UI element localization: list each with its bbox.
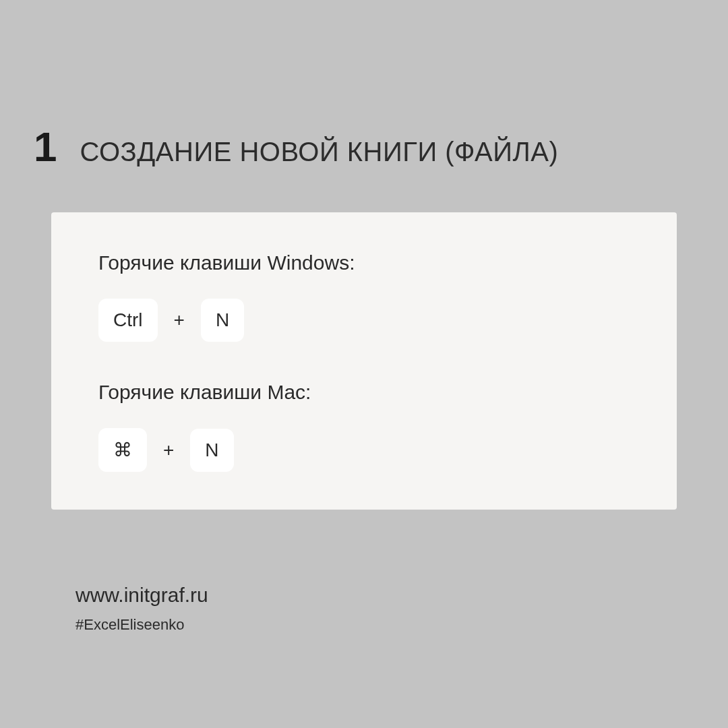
mac-shortcut-block: Горячие клавиши Mac: ⌘ + N (98, 381, 636, 472)
key-n: N (201, 299, 244, 342)
mac-keys-row: ⌘ + N (98, 428, 636, 472)
key-n: N (190, 429, 233, 472)
windows-keys-row: Ctrl + N (98, 299, 636, 342)
windows-shortcut-block: Горячие клавиши Windows: Ctrl + N (98, 251, 636, 342)
key-ctrl: Ctrl (98, 299, 158, 342)
footer: www.initgraf.ru #ExcelEliseenko (75, 584, 208, 634)
hashtag: #ExcelEliseenko (75, 616, 208, 634)
plus-separator: + (174, 309, 185, 331)
mac-shortcut-label: Горячие клавиши Mac: (98, 381, 636, 404)
windows-shortcut-label: Горячие клавиши Windows: (98, 251, 636, 274)
plus-separator: + (163, 439, 174, 461)
header-row: 1 СОЗДАНИЕ НОВОЙ КНИГИ (ФАЙЛА) (0, 0, 728, 171)
website-link: www.initgraf.ru (75, 584, 208, 607)
page-title: СОЗДАНИЕ НОВОЙ КНИГИ (ФАЙЛА) (80, 137, 558, 167)
shortcuts-card: Горячие клавиши Windows: Ctrl + N Горячи… (51, 212, 677, 510)
key-command: ⌘ (98, 428, 147, 472)
step-number: 1 (34, 123, 55, 171)
